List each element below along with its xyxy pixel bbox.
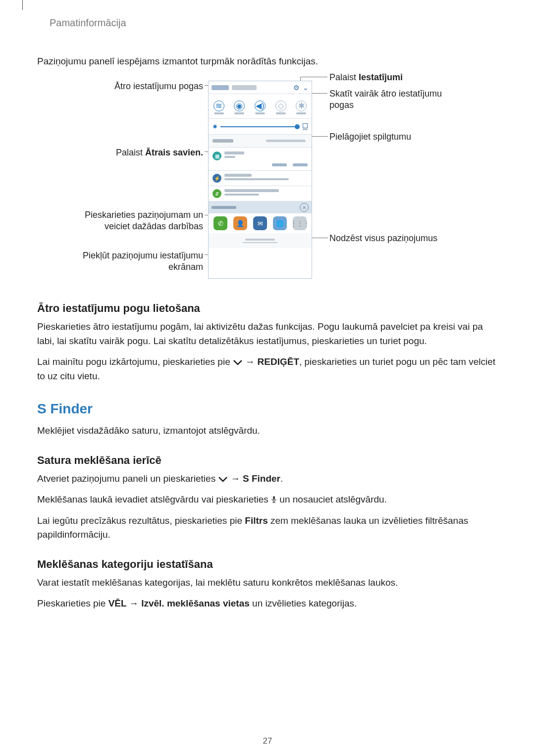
brightness-icon: ✸	[213, 123, 217, 130]
leader-line	[312, 136, 328, 137]
text-run: Lai iegūtu precīzākus rezultātus, pieska…	[37, 515, 245, 526]
brightness-slider[interactable]	[220, 126, 300, 127]
leader-line	[205, 215, 208, 215]
text-bold: Filtrs	[245, 515, 268, 526]
brightness-auto[interactable]	[303, 123, 308, 130]
callout-launch-settings: Palaist Iestatījumi	[329, 72, 403, 83]
calendar-icon: ▦	[213, 151, 221, 160]
chevron-down-icon	[233, 356, 243, 363]
dock-row: ✆ 👤 ✉ 🌐 ⋮⋮⋮	[209, 213, 312, 233]
text-run: Atveriet paziņojumu paneli un pieskariet…	[37, 473, 218, 484]
callout-text: Skatīt vairāk ātro iestatījumu pogas	[329, 89, 442, 110]
annotated-diagram: Ātro iestatījumu pogas Palaist Ātrais sa…	[35, 76, 500, 286]
quick-connect-hint-blur	[266, 140, 306, 142]
phone-screenshot: ⚙ ⌄ ≋ ◉ ◀) ◇ ✱ ✸ ▦	[208, 81, 312, 279]
svg-rect-0	[273, 496, 275, 500]
quick-connect-label-blur	[213, 139, 233, 143]
intro-text: Paziņojumu panelī iespējams izmantot tur…	[37, 56, 500, 67]
callout-touch-notification: Pieskarieties paziņojumam un veiciet daž…	[59, 209, 203, 233]
callout-text: Palaist	[329, 72, 359, 82]
paragraph: Meklēšanas laukā ievadiet atslēgvārdu va…	[37, 493, 498, 507]
callout-quick-settings-buttons: Ātro iestatījumu pogas	[89, 81, 203, 92]
callout-notification-settings: Piekļūt paziņojumu iestatījumu ekrānam	[59, 250, 203, 273]
callout-text: Palaist	[116, 148, 145, 157]
notif-settings-label-blur[interactable]	[212, 206, 236, 209]
qs-location[interactable]: ◉	[234, 101, 245, 114]
paragraph: Atveriet paziņojumu paneli un pieskariet…	[37, 472, 498, 486]
leader-line	[205, 254, 208, 255]
clear-all-icon[interactable]: ✕	[300, 203, 309, 212]
qs-wifi[interactable]: ≋	[214, 101, 224, 114]
chevron-down-icon[interactable]: ⌄	[303, 84, 309, 92]
text-run: .	[280, 473, 283, 484]
callout-text-bold: Iestatījumi	[359, 72, 403, 82]
notification-action[interactable]	[293, 163, 308, 166]
chevron-down-icon	[218, 473, 228, 480]
notification-card[interactable]: ⚡	[209, 171, 312, 186]
notification-card[interactable]: ⇵	[209, 186, 312, 202]
callout-clear-notifications: Nodzēst visus paziņojumus	[329, 233, 437, 244]
callout-text: Pielāgojiet spilgtumu	[329, 132, 411, 142]
mic-icon	[271, 494, 277, 502]
paragraph: Lai iegūtu precīzākus rezultātus, pieska…	[37, 514, 498, 542]
usb-icon: ⇵	[213, 189, 221, 198]
notification-action[interactable]	[272, 163, 287, 166]
qs-sound[interactable]: ◀)	[255, 101, 266, 114]
callout-view-more-buttons: Skatīt vairāk ātro iestatījumu pogas	[329, 88, 468, 111]
notif-settings-row: ✕	[209, 202, 312, 213]
paragraph: Lai mainītu pogu izkārtojumu, pieskariet…	[37, 355, 498, 383]
brightness-row[interactable]: ✸	[209, 119, 312, 135]
callout-text: Ātro iestatījumu pogas	[114, 81, 203, 91]
paragraph: Pieskarieties pie VĒL → Izvēl. meklēšana…	[37, 597, 498, 611]
heading-search-categories: Meklēšanas kategoriju iestatīšana	[37, 558, 500, 571]
text-run: Meklēšanas laukā ievadiet atslēgvārdu va…	[37, 494, 271, 504]
callout-brightness: Pielāgojiet spilgtumu	[329, 131, 411, 143]
callout-text: Nodzēst visus paziņojumus	[329, 233, 437, 243]
status-row: ⚙ ⌄	[209, 81, 312, 94]
page-number: 27	[0, 736, 535, 746]
heading-quick-settings-usage: Ātro iestatījumu pogu lietošana	[37, 302, 500, 315]
text-run: un izvēlieties kategorijas.	[250, 598, 357, 608]
heading-search-device: Satura meklēšana ierīcē	[37, 454, 500, 467]
heading-s-finder: S Finder	[37, 401, 500, 417]
header-marker	[22, 0, 23, 10]
leader-line	[300, 77, 327, 77]
callout-text: Piekļūt paziņojumu iestatījumu ekrānam	[83, 251, 203, 272]
callout-quick-connect: Palaist Ātrais savien.	[99, 147, 203, 158]
contacts-app-icon[interactable]: 👤	[233, 216, 247, 230]
messages-app-icon[interactable]: ✉	[253, 216, 267, 230]
notification-actions	[213, 163, 308, 166]
text-bold: S Finder	[243, 473, 280, 484]
callout-text-bold: Ātrais savien.	[145, 148, 203, 157]
browser-app-icon[interactable]: 🌐	[273, 216, 287, 230]
text-run: →	[243, 356, 258, 367]
text-run: →	[228, 473, 243, 484]
paragraph: Varat iestatīt meklēšanas kategorijas, l…	[37, 576, 498, 590]
qs-autorotate[interactable]: ◇	[275, 101, 286, 114]
leader-line	[311, 93, 327, 94]
leader-line	[205, 151, 208, 152]
text-bold: VĒL	[108, 598, 127, 608]
text-bold: Izvēl. meklēšanas vietas	[141, 598, 250, 608]
text-bold: REDIĢĒT	[258, 356, 299, 367]
charging-icon: ⚡	[213, 174, 221, 183]
notification-card[interactable]: ▦	[209, 148, 312, 171]
status-date-blur	[232, 85, 257, 90]
leader-line	[312, 238, 328, 238]
quick-settings-row: ≋ ◉ ◀) ◇ ✱	[209, 94, 312, 119]
breadcrumb: Pamatinformācija	[50, 17, 500, 29]
paragraph: Meklējiet visdažādāko saturu, izmantojot…	[37, 424, 498, 438]
text-run: un nosauciet atslēgvārdu.	[277, 494, 387, 504]
qs-bluetooth[interactable]: ✱	[296, 101, 307, 114]
phone-app-icon[interactable]: ✆	[214, 216, 227, 230]
quick-connect-row[interactable]	[209, 135, 312, 148]
apps-grid-icon[interactable]: ⋮⋮⋮	[293, 216, 307, 230]
callout-text: Pieskarieties paziņojumam un veiciet daž…	[85, 210, 203, 231]
text-run: Lai mainītu pogu izkārtojumu, pieskariet…	[37, 356, 233, 367]
emergency-row[interactable]	[209, 233, 312, 248]
paragraph: Pieskarieties ātro iestatījumu pogām, la…	[37, 320, 498, 348]
gear-icon[interactable]: ⚙	[293, 84, 300, 92]
status-time-blur	[212, 85, 229, 90]
text-run: →	[127, 598, 142, 608]
text-run: Pieskarieties pie	[37, 598, 108, 608]
